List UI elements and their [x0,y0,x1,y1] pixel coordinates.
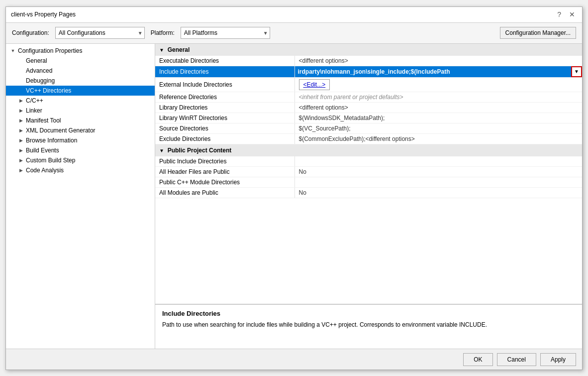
prop-row-pub-header[interactable]: All Header Files are PublicNo [155,166,582,177]
props-table: ▼ GeneralExecutable Directories<differen… [155,44,582,198]
tree-item-linker[interactable]: ▶Linker [6,106,155,116]
prop-name: Library Directories [155,102,294,113]
tree-item-label: Custom Build Step [26,157,152,164]
prop-row-ext-include[interactable]: External Include Directories<Edit...> [155,77,582,92]
prop-row-exec-dirs[interactable]: Executable Directories<different options… [155,56,582,66]
prop-row-all-modules[interactable]: All Modules are PublicNo [155,187,582,198]
title-bar-controls: ? ✕ [555,10,577,18]
main-content: ▼Configuration PropertiesGeneralAdvanced… [6,44,582,349]
prop-value: No [294,187,582,198]
platform-dropdown-wrapper: All Platforms ▼ [181,27,270,39]
expander-icon: ▶ [18,148,24,153]
props-table-area: ▼ GeneralExecutable Directories<differen… [155,44,582,304]
tree-item-browse-info[interactable]: ▶Browse Information [6,135,155,145]
prop-value[interactable]: irdparty\nlohmann_json\single_include;$(… [294,66,582,77]
tree-item-label: XML Document Generator [26,127,152,134]
tree-item-debugging[interactable]: Debugging [6,76,155,86]
inline-edit-value: irdparty\nlohmann_json\single_include;$(… [295,67,572,76]
dropdown-edit-button[interactable]: ▼ [571,66,582,77]
description-text: Path to use when searching for include f… [162,320,575,329]
prop-name: All Header Files are Public [155,166,294,177]
tree-item-label: Code Analysis [26,167,152,174]
tree-item-config-props[interactable]: ▼Configuration Properties [6,46,155,56]
expander-icon: ▶ [18,118,24,123]
prop-value: No [294,166,582,177]
tree-item-general[interactable]: General [6,56,155,66]
prop-row-ref-dirs[interactable]: Reference Directories<inherit from paren… [155,92,582,102]
section-title: Public Project Content [168,147,232,154]
tree-item-label: Configuration Properties [18,47,152,54]
prop-row-pub-cpp-module[interactable]: Public C++ Module Directories [155,177,582,187]
config-dropdown[interactable]: All Configurations [55,27,145,39]
cancel-button[interactable]: Cancel [497,353,536,366]
prop-value: <different options> [294,56,582,66]
tree-item-code-analysis[interactable]: ▶Code Analysis [6,165,155,175]
tree-item-advanced[interactable]: Advanced [6,66,155,76]
tree-item-manifest[interactable]: ▶Manifest Tool [6,116,155,125]
bottom-bar: OKCancelApply [6,349,582,370]
tree-item-label: Manifest Tool [26,117,152,124]
config-manager-button[interactable]: Configuration Manager... [500,27,576,39]
prop-value: $(CommonExcludePath);<different options> [294,133,582,144]
inherit-value: <inherit from parent or project defaults… [299,94,403,101]
expander-icon: ▶ [18,158,24,163]
tree-item-label: General [26,57,152,64]
section-expander-icon: ▼ [159,47,166,53]
prop-value: $(VC_SourcePath); [294,123,582,133]
config-label: Configuration: [12,29,49,36]
prop-name: Source Directories [155,123,294,133]
prop-name: External Include Directories [155,77,294,92]
expander-icon: ▶ [18,168,24,173]
prop-row-lib-winrt[interactable]: Library WinRT Directories$(WindowsSDK_Me… [155,113,582,123]
config-dropdown-wrapper: All Configurations ▼ [55,27,145,39]
description-title: Include Directories [162,310,575,317]
prop-value [294,156,582,167]
close-button[interactable]: ✕ [567,10,577,18]
platform-dropdown[interactable]: All Platforms [181,27,270,39]
section-header-general[interactable]: ▼ General [155,44,582,56]
tree-item-label: VC++ Directories [26,87,152,94]
tree-item-build-events[interactable]: ▶Build Events [6,145,155,155]
prop-row-include-dirs[interactable]: Include Directoriesirdparty\nlohmann_jso… [155,66,582,77]
prop-row-lib-dirs[interactable]: Library Directories<different options> [155,102,582,113]
prop-value: <Edit...> [294,77,582,92]
prop-name: Exclude Directories [155,133,294,144]
tree-item-cpp[interactable]: ▶C/C++ [6,96,155,106]
props-panel: ▼ GeneralExecutable Directories<differen… [155,44,582,349]
expander-icon: ▶ [18,98,24,103]
tree-panel: ▼Configuration PropertiesGeneralAdvanced… [6,44,155,349]
prop-name: All Modules are Public [155,187,294,198]
prop-name: Reference Directories [155,92,294,102]
prop-value: <inherit from parent or project defaults… [294,92,582,102]
prop-value: $(WindowsSDK_MetadataPath); [294,113,582,123]
tree-item-label: C/C++ [26,97,152,104]
help-button[interactable]: ? [555,10,563,18]
prop-name: Executable Directories [155,56,294,66]
description-panel: Include Directories Path to use when sea… [155,304,582,349]
prop-row-exclude-dirs[interactable]: Exclude Directories$(CommonExcludePath);… [155,133,582,144]
tree-item-custom-build[interactable]: ▶Custom Build Step [6,155,155,165]
section-title: General [168,46,190,53]
section-header-public-project[interactable]: ▼ Public Project Content [155,144,582,156]
section-expander-icon: ▼ [159,148,166,153]
prop-row-pub-include[interactable]: Public Include Directories [155,156,582,167]
ok-button[interactable]: OK [463,353,492,366]
dialog: client-vs Property Pages ? ✕ Configurati… [5,6,583,370]
apply-button[interactable]: Apply [540,353,576,366]
expander-icon: ▶ [18,108,24,113]
prop-row-source-dirs[interactable]: Source Directories$(VC_SourcePath); [155,123,582,133]
tree-item-label: Debugging [26,77,152,84]
prop-name: Public Include Directories [155,156,294,167]
prop-name: Library WinRT Directories [155,113,294,123]
platform-label: Platform: [151,29,175,36]
tree-item-xml-gen[interactable]: ▶XML Document Generator [6,125,155,135]
title-bar: client-vs Property Pages ? ✕ [6,7,582,23]
tree-item-vc-dirs[interactable]: VC++ Directories [6,86,155,96]
prop-name: Include Directories [155,66,294,77]
prop-value [294,177,582,187]
toolbar: Configuration: All Configurations ▼ Plat… [6,23,582,44]
edit-popup[interactable]: <Edit...> [299,79,330,90]
expander-icon: ▶ [18,138,24,143]
tree-item-label: Build Events [26,147,152,154]
tree-item-label: Advanced [26,67,152,74]
